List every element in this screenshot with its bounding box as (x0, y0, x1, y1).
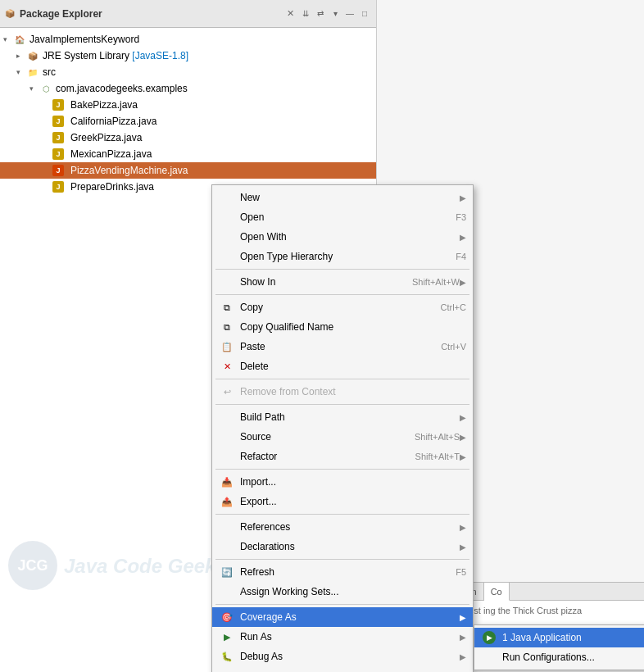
import-label: Import... (240, 476, 466, 488)
bakepizza-label: BakePizza.java (70, 99, 138, 111)
menu-item-source[interactable]: Source Shift+Alt+S ▶ (212, 427, 473, 447)
preparedrinks-label: PrepareDrinks.java (70, 181, 154, 193)
run-as-icon: ▶ (219, 629, 235, 645)
refresh-shortcut: F5 (456, 567, 466, 577)
new-label: New (240, 192, 460, 203)
remove-context-icon: ↩ (219, 384, 235, 400)
tree-item-pizzavending[interactable]: J PizzaVendingMachine.java (0, 162, 376, 179)
run-configs-label: Run Configurations... (502, 652, 644, 663)
menu-item-paste[interactable]: 📋 Paste Ctrl+V (212, 337, 473, 356)
run-as-label: Run As (240, 631, 460, 642)
minimize-button[interactable]: — (343, 7, 356, 20)
java-icon-greekpizza: J (52, 132, 64, 143)
source-arrow: ▶ (460, 433, 466, 442)
package-explorer-icon: 📦 (5, 9, 15, 18)
java-icon-pizzavending: J (52, 165, 64, 176)
menu-item-copy-qualified[interactable]: ⧉ Copy Qualified Name (212, 317, 473, 337)
menu-item-debug-as[interactable]: 🐛 Debug As ▶ (212, 647, 473, 666)
tree-arrow-src: ▾ (16, 68, 26, 76)
menu-item-assign-working-sets[interactable]: Assign Working Sets... (212, 582, 473, 602)
separator-4 (215, 404, 469, 405)
project-label: JavaImplementsKeyword (29, 34, 139, 45)
collapse-all-button[interactable]: ⇊ (299, 7, 312, 20)
menu-item-delete[interactable]: ✕ Delete (212, 356, 473, 376)
source-icon (219, 429, 235, 445)
delete-icon: ✕ (219, 358, 235, 375)
menu-item-new[interactable]: New ▶ (212, 188, 473, 207)
pizzavending-label: PizzaVendingMachine.java (70, 165, 188, 176)
panel-toolbar: ⇊ ⇄ ▾ — □ (299, 7, 371, 20)
open-with-arrow: ▶ (460, 233, 466, 242)
refresh-label: Refresh (240, 566, 439, 578)
separator-7 (215, 559, 469, 560)
tree-item-jre[interactable]: ▸ 📦 JRE System Library [JavaSE-1.8] (0, 48, 376, 64)
context-menu: New ▶ Open F3 Open With ▶ Open Type Hier… (211, 184, 474, 672)
declarations-arrow: ▶ (460, 543, 466, 552)
menu-item-open-with[interactable]: Open With ▶ (212, 227, 473, 247)
open-icon (219, 209, 235, 225)
menu-item-references[interactable]: References ▶ (212, 517, 473, 537)
menu-item-restore-history[interactable]: Restore from Local History... (212, 666, 473, 672)
assign-working-sets-label: Assign Working Sets... (240, 586, 466, 597)
menu-item-show-in[interactable]: Show In Shift+Alt+W ▶ (212, 272, 473, 292)
copy-label: Copy (240, 302, 424, 313)
link-with-editor-button[interactable]: ⇄ (314, 7, 327, 20)
tree-item-greekpizza[interactable]: J GreekPizza.java (0, 129, 376, 146)
open-shortcut: F3 (456, 212, 466, 222)
jre-label: JRE System Library [JavaSE-1.8] (43, 50, 188, 61)
menu-item-run-as[interactable]: ▶ Run As ▶ ▶ 1 Java Application Run Conf… (212, 627, 473, 647)
coverage-as-label: Coverage As (240, 611, 460, 623)
menu-item-export[interactable]: 📤 Export... (212, 492, 473, 511)
java-app-icon: ▶ (481, 629, 497, 646)
coverage-as-icon: 🎯 (219, 609, 235, 625)
tree-item-californiapizza[interactable]: J CaliforniaPizza.java (0, 113, 376, 129)
panel-menu-button[interactable]: ▾ (329, 7, 342, 20)
delete-label: Delete (240, 361, 466, 372)
menu-item-refactor[interactable]: Refactor Shift+Alt+T ▶ (212, 447, 473, 466)
java-icon-preparedrinks: J (52, 181, 64, 193)
tree-item-bakepizza[interactable]: J BakePizza.java (0, 97, 376, 113)
menu-item-declarations[interactable]: Declarations ▶ (212, 537, 473, 556)
maximize-button[interactable]: □ (358, 7, 371, 20)
show-in-arrow: ▶ (460, 278, 466, 287)
file-tree: ▾ 🏠 JavaImplementsKeyword ▸ 📦 JRE System… (0, 28, 376, 198)
tree-item-package[interactable]: ▾ ⬡ com.javacodegeeks.examples (0, 80, 376, 97)
tree-arrow-jre: ▸ (16, 52, 26, 60)
new-arrow: ▶ (460, 193, 466, 202)
watermark-text: Java Code Geeks (64, 552, 227, 579)
project-icon: 🏠 (13, 33, 26, 46)
menu-item-coverage-as[interactable]: 🎯 Coverage As ▶ (212, 607, 473, 627)
src-icon: 📁 (26, 66, 39, 79)
src-label: src (43, 66, 56, 78)
menu-item-refresh[interactable]: 🔄 Refresh F5 (212, 562, 473, 582)
submenu-item-run-configs[interactable]: Run Configurations... (474, 647, 644, 667)
separator-2 (215, 294, 469, 295)
coverage-as-arrow: ▶ (460, 613, 466, 622)
declarations-icon (219, 538, 235, 555)
references-arrow: ▶ (460, 523, 466, 532)
panel-header: 📦 Package Explorer ✕ ⇊ ⇄ ▾ — □ (0, 0, 376, 28)
menu-item-open[interactable]: Open F3 (212, 207, 473, 227)
build-path-label: Build Path (240, 411, 460, 423)
new-icon (219, 189, 235, 206)
refactor-arrow: ▶ (460, 452, 466, 461)
tab-coverage[interactable]: Co (484, 583, 510, 601)
import-icon: 📥 (219, 474, 235, 490)
tree-arrow-package: ▾ (29, 84, 39, 93)
menu-item-open-type-hierarchy[interactable]: Open Type Hierarchy F4 (212, 247, 473, 266)
mexicanpizza-label: MexicanPizza.java (70, 148, 152, 160)
tree-item-mexicanpizza[interactable]: J MexicanPizza.java (0, 146, 376, 162)
tree-item-project[interactable]: ▾ 🏠 JavaImplementsKeyword (0, 31, 376, 48)
submenu-item-java-app[interactable]: ▶ 1 Java Application (474, 628, 644, 647)
ide-container: 📦 Package Explorer ✕ ⇊ ⇄ ▾ — □ ▾ 🏠 JavaI… (0, 0, 644, 672)
tree-item-src[interactable]: ▾ 📁 src (0, 64, 376, 80)
menu-item-copy[interactable]: ⧉ Copy Ctrl+C (212, 297, 473, 317)
greekpizza-label: GreekPizza.java (70, 132, 142, 143)
java-app-run-icon: ▶ (483, 631, 496, 644)
java-icon-mexicanpizza: J (52, 148, 64, 160)
menu-item-import[interactable]: 📥 Import... (212, 472, 473, 492)
package-label: com.javacodegeeks.examples (56, 83, 188, 94)
show-in-shortcut: Shift+Alt+W (412, 277, 460, 287)
open-type-hierarchy-icon (219, 248, 235, 265)
menu-item-build-path[interactable]: Build Path ▶ (212, 407, 473, 427)
